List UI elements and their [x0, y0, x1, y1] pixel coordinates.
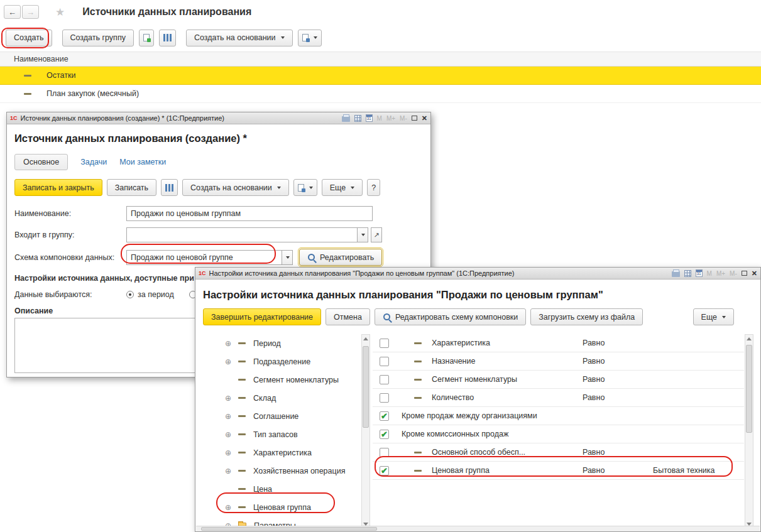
tree-item[interactable]: ⊕Ценовая группа	[203, 498, 353, 516]
tree-scrollbar[interactable]	[361, 334, 370, 529]
more-button[interactable]: Еще	[693, 308, 734, 325]
filter-row[interactable]: ✔Ценовая группаРавноБытовая техника	[373, 462, 744, 480]
scroll-up-icon[interactable]	[363, 337, 368, 340]
filter-row[interactable]: ✔Кроме комиссионных продаж	[373, 425, 744, 443]
group-dropdown-button[interactable]	[358, 227, 368, 242]
dialog1-titlebar[interactable]: 1С Источник данных планирования (создани…	[7, 112, 430, 124]
memory-m-button[interactable]: M	[377, 115, 382, 122]
memory-m-plus-button[interactable]: M+	[386, 115, 395, 122]
checkbox[interactable]	[380, 339, 389, 348]
finish-editing-button[interactable]: Завершить редактирование	[203, 308, 321, 325]
calendar-icon[interactable]: 31	[366, 114, 373, 122]
tree-item[interactable]: ⊕Период	[203, 334, 353, 352]
tab-my-notes[interactable]: Мои заметки	[119, 158, 166, 166]
scrollbar-thumb[interactable]	[746, 345, 752, 433]
expand-icon[interactable]: ⊕	[224, 394, 233, 403]
tree-item[interactable]: ⊕Склад	[203, 389, 353, 407]
tree-item[interactable]: ⊕Характеристика	[203, 443, 353, 462]
copy-button[interactable]	[139, 30, 154, 46]
columns-icon	[163, 34, 172, 41]
tree-item[interactable]: ⊕Подразделение	[203, 352, 353, 371]
name-input[interactable]	[126, 206, 373, 221]
more-button[interactable]: Еще	[322, 179, 363, 196]
create-button[interactable]: Создать	[6, 30, 52, 46]
load-schema-button[interactable]: Загрузить схему из файла	[530, 308, 643, 325]
copy-document-icon	[143, 34, 150, 41]
print-icon[interactable]	[672, 271, 680, 277]
checkbox[interactable]: ✔	[380, 411, 389, 421]
checkbox[interactable]	[380, 393, 389, 403]
maximize-icon[interactable]	[412, 116, 417, 121]
forward-button[interactable]: →	[22, 5, 39, 19]
close-icon[interactable]: ✕	[422, 114, 427, 122]
filter-row[interactable]: НазначениеРавно	[373, 352, 744, 371]
tree-item[interactable]: Цена	[203, 480, 353, 498]
schema-input[interactable]	[126, 250, 282, 265]
schema-dropdown-button[interactable]	[282, 250, 293, 265]
table-row[interactable]: План закупок (месячный)	[0, 85, 761, 103]
tree-item[interactable]: ⊕Соглашение	[203, 407, 353, 425]
tree-item[interactable]: Сегмент номенклатуры	[203, 371, 353, 389]
expand-icon[interactable]: ⊕	[224, 412, 233, 421]
scrollbar-thumb[interactable]	[201, 527, 377, 531]
structure-button[interactable]	[161, 179, 178, 196]
expand-icon[interactable]: ⊕	[224, 357, 233, 366]
group-input[interactable]	[126, 227, 358, 242]
tab-main[interactable]: Основное	[14, 154, 68, 170]
filter-row[interactable]: ✔Кроме продаж между организациями	[373, 407, 744, 425]
group-open-button[interactable]: ↗	[371, 227, 382, 242]
memory-m-minus-button[interactable]: M-	[400, 115, 407, 122]
dash-icon	[238, 488, 246, 490]
cancel-button[interactable]: Отмена	[326, 308, 370, 325]
expand-icon[interactable]: ⊕	[224, 503, 233, 512]
close-icon[interactable]: ✕	[752, 269, 757, 278]
back-button[interactable]: ←	[4, 5, 21, 19]
edit-composition-schema-button[interactable]: Редактировать схему компоновки	[375, 308, 526, 325]
checkbox[interactable]	[380, 375, 389, 384]
expand-icon[interactable]: ⊕	[224, 339, 233, 348]
checkbox[interactable]	[380, 357, 389, 366]
tree-item[interactable]: ⊕Хозяйственная операция	[203, 462, 353, 480]
filter-row[interactable]: Сегмент номенклатурыРавно	[373, 371, 744, 389]
table-row[interactable]: Остатки	[0, 67, 761, 85]
filter-row[interactable]: Основной способ обесп...Равно	[373, 443, 744, 462]
create-based-on-button[interactable]: Создать на основании	[182, 179, 289, 196]
scroll-up-icon[interactable]	[747, 337, 752, 340]
maximize-icon[interactable]	[742, 271, 747, 276]
checkbox[interactable]: ✔	[380, 466, 389, 475]
expand-icon[interactable]: ⊕	[224, 430, 233, 439]
dialog2-titlebar[interactable]: 1С Настройки источника данных планирован…	[195, 268, 760, 280]
edit-schema-button[interactable]: Редактировать	[299, 249, 382, 266]
save-and-close-button[interactable]: Записать и закрыть	[14, 179, 102, 196]
calculator-icon[interactable]	[684, 270, 691, 277]
create-group-button[interactable]: Создать группу	[62, 30, 134, 46]
expand-icon[interactable]: ⊕	[224, 448, 233, 457]
horizontal-scrollbar[interactable]	[196, 526, 760, 531]
calculator-icon[interactable]	[354, 115, 361, 122]
memory-m-minus-button[interactable]: M-	[730, 270, 737, 277]
reports-menu-button[interactable]	[293, 179, 317, 196]
filters-scrollbar[interactable]	[745, 334, 753, 529]
memory-m-button[interactable]: M	[707, 270, 712, 277]
period-radio[interactable]	[126, 291, 134, 298]
tab-tasks[interactable]: Задачи	[80, 158, 107, 166]
save-button[interactable]: Записать	[107, 179, 156, 196]
reports-menu-button[interactable]	[298, 30, 322, 46]
create-based-on-button[interactable]: Создать на основании	[186, 30, 293, 46]
list-settings-button[interactable]	[159, 30, 176, 46]
tree-item[interactable]: ⊕Тип запасов	[203, 425, 353, 443]
help-button[interactable]: ?	[367, 179, 380, 196]
checkbox[interactable]	[380, 448, 389, 457]
filter-row[interactable]: ХарактеристикаРавно	[373, 334, 744, 352]
memory-m-plus-button[interactable]: M+	[716, 270, 725, 277]
filter-row[interactable]: КоличествоРавно	[373, 389, 744, 407]
scrollbar-thumb[interactable]	[363, 346, 369, 428]
table-header[interactable]: Наименование	[0, 52, 761, 67]
favorite-star-icon[interactable]: ★	[55, 6, 65, 19]
expand-icon[interactable]: ⊕	[224, 467, 233, 475]
columns-icon	[165, 184, 173, 192]
checkbox[interactable]: ✔	[380, 430, 389, 439]
dialog2-toolbar: Завершить редактирование Отмена Редактир…	[203, 308, 753, 325]
calendar-icon[interactable]: 31	[696, 269, 703, 277]
print-icon[interactable]	[342, 116, 350, 122]
